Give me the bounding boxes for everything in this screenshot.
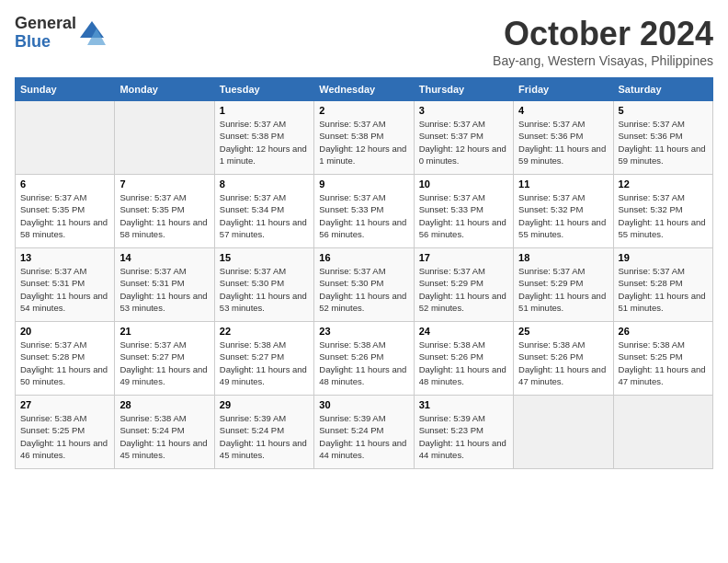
day-number: 2 (319, 105, 408, 116)
page-header: General Blue October 2024 Bay-ang, Weste… (15, 15, 713, 68)
logo-general: General (15, 15, 76, 33)
day-number: 12 (619, 178, 708, 190)
day-number: 25 (518, 326, 608, 337)
day-number: 28 (119, 399, 209, 410)
table-row: 11 Sunrise: 5:37 AMSunset: 5:32 PMDaylig… (514, 175, 613, 248)
table-row (115, 101, 214, 175)
day-info: Sunrise: 5:37 AMSunset: 5:27 PMDaylight:… (119, 339, 209, 387)
calendar-week-5: 27 Sunrise: 5:38 AMSunset: 5:25 PMDaylig… (16, 396, 713, 469)
table-row: 26 Sunrise: 5:38 AMSunset: 5:25 PMDaylig… (613, 322, 712, 396)
title-block: October 2024 Bay-ang, Western Visayas, P… (493, 15, 713, 68)
day-number: 29 (220, 399, 309, 410)
day-number: 15 (220, 252, 309, 263)
day-number: 6 (20, 178, 109, 190)
table-row (613, 396, 712, 469)
table-row: 28 Sunrise: 5:38 AMSunset: 5:24 PMDaylig… (115, 396, 214, 469)
day-number: 23 (319, 326, 408, 337)
day-number: 31 (419, 399, 508, 410)
day-info: Sunrise: 5:37 AMSunset: 5:30 PMDaylight:… (319, 265, 408, 314)
day-number: 21 (119, 326, 209, 337)
day-number: 18 (518, 252, 608, 263)
day-number: 11 (518, 178, 608, 190)
day-info: Sunrise: 5:37 AMSunset: 5:35 PMDaylight:… (119, 191, 209, 240)
day-number: 17 (419, 252, 508, 263)
day-info: Sunrise: 5:37 AMSunset: 5:28 PMDaylight:… (20, 339, 109, 387)
day-info: Sunrise: 5:37 AMSunset: 5:32 PMDaylight:… (518, 191, 608, 240)
day-number: 27 (20, 399, 109, 410)
logo-text: General Blue (15, 15, 76, 52)
day-info: Sunrise: 5:38 AMSunset: 5:24 PMDaylight:… (119, 412, 209, 461)
day-info: Sunrise: 5:37 AMSunset: 5:38 PMDaylight:… (220, 118, 309, 167)
table-row: 25 Sunrise: 5:38 AMSunset: 5:26 PMDaylig… (514, 322, 613, 396)
calendar-week-4: 20 Sunrise: 5:37 AMSunset: 5:28 PMDaylig… (16, 322, 713, 396)
table-row: 17 Sunrise: 5:37 AMSunset: 5:29 PMDaylig… (414, 248, 513, 322)
day-number: 8 (220, 178, 309, 190)
day-info: Sunrise: 5:37 AMSunset: 5:32 PMDaylight:… (619, 191, 708, 240)
logo: General Blue (15, 15, 106, 52)
col-sunday: Sunday (16, 78, 115, 101)
table-row: 7 Sunrise: 5:37 AMSunset: 5:35 PMDayligh… (115, 175, 214, 248)
day-number: 5 (619, 105, 708, 116)
table-row: 15 Sunrise: 5:37 AMSunset: 5:30 PMDaylig… (214, 248, 313, 322)
header-row: Sunday Monday Tuesday Wednesday Thursday… (16, 78, 713, 101)
day-number: 3 (419, 105, 508, 116)
calendar-table: Sunday Monday Tuesday Wednesday Thursday… (15, 77, 713, 469)
day-number: 22 (220, 326, 309, 337)
day-number: 1 (220, 105, 309, 116)
col-friday: Friday (514, 78, 613, 101)
table-row: 6 Sunrise: 5:37 AMSunset: 5:35 PMDayligh… (16, 175, 115, 248)
day-number: 9 (319, 178, 408, 190)
day-info: Sunrise: 5:37 AMSunset: 5:29 PMDaylight:… (419, 265, 508, 314)
table-row (16, 101, 115, 175)
day-info: Sunrise: 5:37 AMSunset: 5:37 PMDaylight:… (419, 118, 508, 167)
month-title: October 2024 (493, 15, 713, 53)
logo-blue: Blue (15, 33, 76, 52)
table-row: 23 Sunrise: 5:38 AMSunset: 5:26 PMDaylig… (314, 322, 414, 396)
col-tuesday: Tuesday (214, 78, 313, 101)
day-info: Sunrise: 5:39 AMSunset: 5:24 PMDaylight:… (319, 412, 408, 461)
svg-marker-0 (80, 21, 104, 38)
day-info: Sunrise: 5:37 AMSunset: 5:36 PMDaylight:… (518, 118, 608, 167)
table-row: 19 Sunrise: 5:37 AMSunset: 5:28 PMDaylig… (613, 248, 712, 322)
day-info: Sunrise: 5:38 AMSunset: 5:26 PMDaylight:… (319, 339, 408, 387)
table-row: 8 Sunrise: 5:37 AMSunset: 5:34 PMDayligh… (214, 175, 313, 248)
table-row: 5 Sunrise: 5:37 AMSunset: 5:36 PMDayligh… (613, 101, 712, 175)
day-info: Sunrise: 5:39 AMSunset: 5:23 PMDaylight:… (419, 412, 508, 461)
table-row: 2 Sunrise: 5:37 AMSunset: 5:38 PMDayligh… (314, 101, 414, 175)
table-row: 12 Sunrise: 5:37 AMSunset: 5:32 PMDaylig… (613, 175, 712, 248)
day-info: Sunrise: 5:38 AMSunset: 5:26 PMDaylight:… (419, 339, 508, 387)
day-info: Sunrise: 5:37 AMSunset: 5:38 PMDaylight:… (319, 118, 408, 167)
table-row: 3 Sunrise: 5:37 AMSunset: 5:37 PMDayligh… (414, 101, 513, 175)
day-info: Sunrise: 5:39 AMSunset: 5:24 PMDaylight:… (220, 412, 309, 461)
day-info: Sunrise: 5:37 AMSunset: 5:28 PMDaylight:… (619, 265, 708, 314)
table-row: 31 Sunrise: 5:39 AMSunset: 5:23 PMDaylig… (414, 396, 513, 469)
day-number: 16 (319, 252, 408, 263)
col-monday: Monday (115, 78, 214, 101)
calendar-week-1: 1 Sunrise: 5:37 AMSunset: 5:38 PMDayligh… (16, 101, 713, 175)
day-info: Sunrise: 5:37 AMSunset: 5:30 PMDaylight:… (220, 265, 309, 314)
logo-icon (78, 19, 106, 47)
day-number: 19 (619, 252, 708, 263)
day-info: Sunrise: 5:37 AMSunset: 5:31 PMDaylight:… (20, 265, 109, 314)
table-row: 18 Sunrise: 5:37 AMSunset: 5:29 PMDaylig… (514, 248, 613, 322)
table-row: 20 Sunrise: 5:37 AMSunset: 5:28 PMDaylig… (16, 322, 115, 396)
day-number: 10 (419, 178, 508, 190)
table-row: 27 Sunrise: 5:38 AMSunset: 5:25 PMDaylig… (16, 396, 115, 469)
day-info: Sunrise: 5:37 AMSunset: 5:33 PMDaylight:… (319, 191, 408, 240)
day-number: 20 (20, 326, 109, 337)
day-number: 7 (119, 178, 209, 190)
day-info: Sunrise: 5:38 AMSunset: 5:26 PMDaylight:… (518, 339, 608, 387)
table-row: 24 Sunrise: 5:38 AMSunset: 5:26 PMDaylig… (414, 322, 513, 396)
table-row: 16 Sunrise: 5:37 AMSunset: 5:30 PMDaylig… (314, 248, 414, 322)
day-info: Sunrise: 5:37 AMSunset: 5:35 PMDaylight:… (20, 191, 109, 240)
table-row: 9 Sunrise: 5:37 AMSunset: 5:33 PMDayligh… (314, 175, 414, 248)
day-number: 4 (518, 105, 608, 116)
col-saturday: Saturday (613, 78, 712, 101)
table-row: 22 Sunrise: 5:38 AMSunset: 5:27 PMDaylig… (214, 322, 313, 396)
day-info: Sunrise: 5:38 AMSunset: 5:25 PMDaylight:… (20, 412, 109, 461)
day-info: Sunrise: 5:37 AMSunset: 5:34 PMDaylight:… (220, 191, 309, 240)
table-row: 1 Sunrise: 5:37 AMSunset: 5:38 PMDayligh… (214, 101, 313, 175)
day-number: 30 (319, 399, 408, 410)
col-thursday: Thursday (414, 78, 513, 101)
day-number: 24 (419, 326, 508, 337)
